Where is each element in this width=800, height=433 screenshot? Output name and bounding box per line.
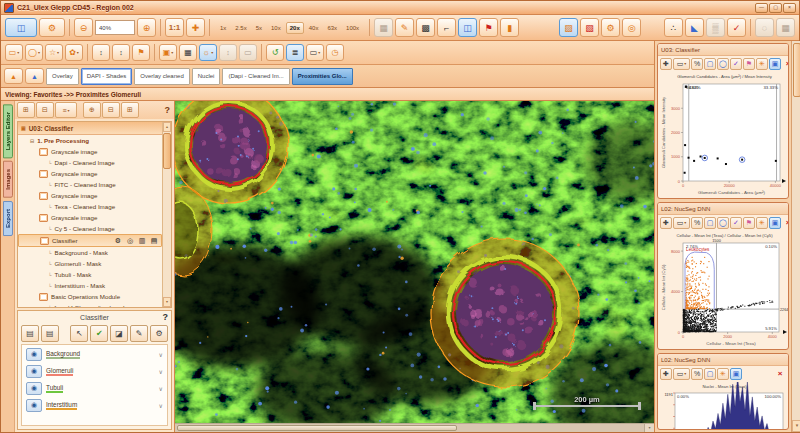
magnification-2.5x[interactable]: 2.5x: [231, 22, 250, 34]
processing-settings-button[interactable]: ⚙: [601, 18, 620, 37]
table-icon[interactable]: ▤: [149, 237, 159, 245]
square-gate-button[interactable]: ▢: [704, 58, 716, 70]
chevron-down-icon[interactable]: ∨: [159, 351, 163, 358]
remove-class-button[interactable]: ▤: [41, 325, 59, 342]
tree-zoom-button[interactable]: ⊕: [83, 102, 101, 118]
mini-bar-button[interactable]: ▮: [500, 18, 519, 37]
bulb-button[interactable]: ☼▾: [199, 44, 217, 61]
scroll-up-icon[interactable]: ▴: [163, 122, 171, 132]
scroll-down-icon[interactable]: ▾: [163, 297, 171, 307]
class-row[interactable]: ◉Interstitium∨: [24, 397, 165, 414]
monitor-button[interactable]: ▭▾: [306, 44, 324, 61]
side-tab-0[interactable]: Layers Editor: [3, 104, 13, 158]
view-tab-0[interactable]: Overlay: [46, 68, 79, 85]
tree-row[interactable]: └Tubuli - Mask: [18, 269, 162, 280]
nuclei-histogram-chart[interactable]: Nuclei - Mean Int (Dapi)11910.00%100.00%: [660, 382, 789, 430]
marker-line-button[interactable]: ↕: [92, 44, 110, 61]
gate-range-button[interactable]: ▭▾: [673, 368, 690, 380]
scatter-plot-button[interactable]: ∴: [664, 18, 683, 37]
circle-gate-button[interactable]: ◯: [717, 217, 729, 229]
camera-box-button[interactable]: ▣▾: [159, 44, 177, 61]
tree-row[interactable]: Basic Operations Module: [18, 291, 162, 302]
class-row[interactable]: ◉Background∨: [24, 346, 165, 363]
lasso-select-button[interactable]: ✿▾: [65, 44, 83, 61]
tree-row[interactable]: Classifier⚙◎▥▤: [18, 234, 162, 247]
classifier-help-button[interactable]: ?: [163, 312, 169, 322]
scroll-corner[interactable]: ▾: [644, 424, 654, 432]
split-view-button[interactable]: ◫: [458, 18, 477, 37]
image-view-button[interactable]: ▨: [559, 18, 578, 37]
tree-row[interactable]: └Glomeruli - Mask: [18, 258, 162, 269]
tree-scroll-thumb[interactable]: [163, 133, 171, 169]
list-view-button[interactable]: ≡▾: [55, 102, 77, 118]
thumbnail-button[interactable]: ▲: [4, 68, 23, 84]
tree-row[interactable]: Grayscale image: [18, 146, 162, 157]
tree-row[interactable]: └FITC - Cleaned Image: [18, 179, 162, 190]
tree-row[interactable]: └Cy 5 - Cleaned Image: [18, 223, 162, 234]
edit-grid-button[interactable]: ▩: [416, 18, 435, 37]
check-gate-button[interactable]: ✓: [730, 217, 742, 229]
image-hscroll-thumb[interactable]: [177, 425, 457, 431]
area-chart-button[interactable]: ◣: [685, 18, 704, 37]
panel-active-button[interactable]: ▣: [769, 58, 781, 70]
slider-button[interactable]: ↕: [219, 44, 237, 61]
tiles-button[interactable]: ▦: [776, 18, 795, 37]
gate-range-button[interactable]: ▭▾: [673, 217, 690, 229]
eye-icon[interactable]: ◉: [26, 365, 42, 378]
assign-sample-button[interactable]: ↖: [70, 325, 88, 342]
annotate-button[interactable]: ✎: [395, 18, 414, 37]
ruler-button[interactable]: ⌐: [437, 18, 456, 37]
main-vscrollbar[interactable]: ▾: [791, 41, 800, 432]
layers-help-button[interactable]: ?: [165, 105, 173, 115]
gate-range-button[interactable]: ▭▾: [673, 58, 690, 70]
panel-active-button[interactable]: ▣: [769, 217, 781, 229]
tree-row[interactable]: ⊟1. Pre Processing: [18, 135, 162, 146]
tree-scrollbar[interactable]: ▴ ▾: [162, 122, 171, 307]
flower-button[interactable]: ✳: [756, 58, 768, 70]
undo-button[interactable]: ↺: [266, 44, 284, 61]
eye-icon[interactable]: ◉: [26, 382, 42, 395]
move-button[interactable]: ✚: [660, 368, 672, 380]
tree-row[interactable]: ▣U03: Classifier: [18, 122, 162, 135]
tissue-canvas[interactable]: 200 µm: [175, 101, 654, 423]
one-to-one-button[interactable]: 1:1: [165, 18, 184, 37]
maximize-button[interactable]: ▢: [769, 3, 782, 13]
tree-row[interactable]: └Dapi - Cleaned Image: [18, 157, 162, 168]
flag-add-button[interactable]: ⚑: [132, 44, 150, 61]
close-chart-icon[interactable]: ×: [774, 368, 786, 380]
view-tab-4[interactable]: (Dapi - Cleaned Im...: [222, 68, 289, 85]
ellipse-select-button[interactable]: ◯▾: [25, 44, 43, 61]
magnification-40x[interactable]: 40x: [305, 22, 323, 34]
tree-row[interactable]: Grayscale image: [18, 168, 162, 179]
percent-button[interactable]: %: [691, 58, 703, 70]
grid-select-button[interactable]: ▦: [374, 18, 393, 37]
magnification-63x[interactable]: 63x: [323, 22, 341, 34]
side-tab-2[interactable]: Export: [3, 201, 13, 236]
image-hscrollbar[interactable]: ▾: [175, 423, 654, 432]
move-button[interactable]: ✚: [660, 217, 672, 229]
thumbnail-export-button[interactable]: ▲: [25, 68, 44, 84]
stack-remove-button[interactable]: ⊟: [36, 102, 54, 118]
eye-icon[interactable]: ◉: [26, 348, 42, 361]
stack-add-button[interactable]: ⊞: [17, 102, 35, 118]
tree-row[interactable]: Grayscale image: [18, 212, 162, 223]
class-row[interactable]: ◉Glomeruli∨: [24, 363, 165, 380]
expand-button[interactable]: ⊞: [121, 102, 139, 118]
levels-button[interactable]: ≣: [286, 44, 304, 61]
marker-line2-button[interactable]: ↕: [112, 44, 130, 61]
square-gate-button[interactable]: ▢: [704, 217, 716, 229]
eye-icon[interactable]: ◉: [26, 399, 42, 412]
magnification-10x[interactable]: 10x: [267, 22, 285, 34]
pan-button[interactable]: ✚: [186, 18, 205, 37]
magnification-100x[interactable]: 100x: [342, 22, 363, 34]
confirm-button[interactable]: ✔: [90, 325, 108, 342]
clock-button[interactable]: ◷: [326, 44, 344, 61]
magnification-20x[interactable]: 20x: [286, 22, 304, 34]
class-row[interactable]: ◉Tubuli∨: [24, 380, 165, 397]
side-tab-1[interactable]: Images: [3, 161, 13, 198]
vscroll-thumb[interactable]: [793, 43, 800, 97]
close-button[interactable]: ×: [783, 3, 796, 13]
view-tab-1[interactable]: DAPI - Shades: [81, 68, 133, 85]
magnification-1x[interactable]: 1x: [216, 22, 230, 34]
gear-icon[interactable]: ⚙: [113, 237, 123, 245]
